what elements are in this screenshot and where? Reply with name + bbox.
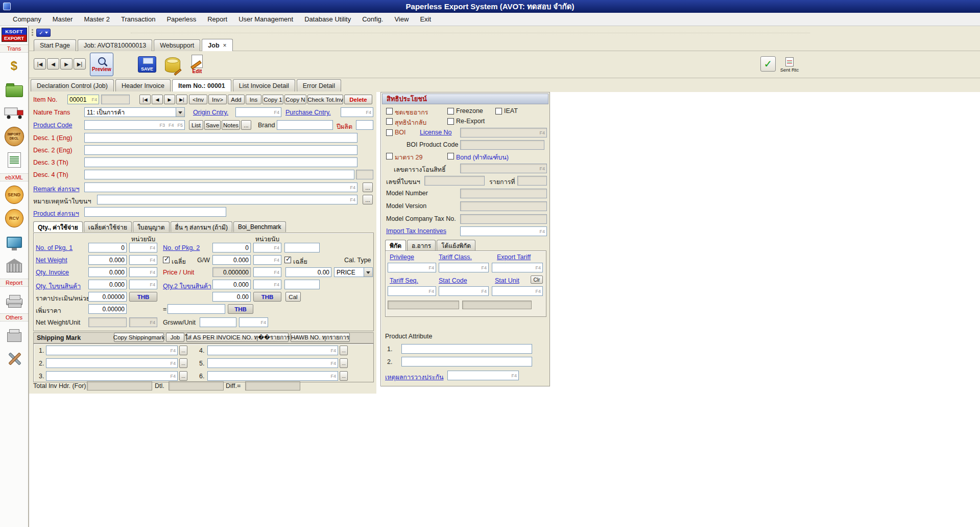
folder-icon[interactable] bbox=[3, 78, 26, 101]
dropdown-arrow-icon[interactable] bbox=[176, 108, 184, 117]
tab-avg-expense[interactable]: เฉลี่ยค่าใช้จ่าย bbox=[84, 221, 132, 232]
pkg2-link[interactable]: No. of Pkg. 2 bbox=[163, 244, 200, 251]
toolbar-grip[interactable] bbox=[32, 29, 33, 36]
send-icon[interactable]: SEND bbox=[3, 184, 26, 206]
tab-start-page[interactable]: Start Page bbox=[34, 39, 76, 51]
qty-decl-unit-field[interactable]: F4 bbox=[129, 280, 157, 289]
menu-user-management[interactable]: User Management bbox=[233, 13, 299, 25]
pkg2-field[interactable]: 0 bbox=[212, 243, 251, 253]
export-tariff-field[interactable]: F4 bbox=[492, 263, 543, 272]
menu-transaction[interactable]: Transaction bbox=[115, 13, 161, 25]
clr-button[interactable]: Clr bbox=[531, 276, 543, 284]
pkg1-field[interactable]: 0 bbox=[88, 243, 127, 253]
mark6-field[interactable]: F4 bbox=[207, 371, 338, 381]
brand-field[interactable] bbox=[277, 120, 333, 130]
assess-total-thb-button[interactable]: THB bbox=[253, 292, 281, 302]
pkg-extra-field[interactable] bbox=[284, 243, 320, 253]
net-weight-unit-field[interactable]: F4 bbox=[129, 255, 157, 265]
insert-item-button[interactable]: Ins bbox=[246, 95, 261, 104]
add-price-thb-button[interactable]: THB bbox=[228, 304, 253, 314]
add-item-button[interactable]: Add bbox=[228, 95, 245, 104]
sidebar-section-report[interactable]: Report bbox=[0, 279, 28, 287]
documents-icon[interactable] bbox=[3, 149, 26, 171]
qty-invoice-field[interactable]: 0.000 bbox=[88, 267, 127, 277]
preview-button[interactable]: Preview bbox=[90, 53, 113, 76]
desc4-field[interactable] bbox=[84, 170, 354, 179]
gw-field[interactable]: 0.000 bbox=[212, 255, 251, 265]
mark3-more-button[interactable]: ... bbox=[179, 371, 187, 381]
header-note-more-button[interactable]: ... bbox=[363, 195, 373, 204]
assess-thb-button[interactable]: THB bbox=[129, 292, 157, 302]
menu-paperless[interactable]: Paperless bbox=[161, 13, 202, 25]
menu-master[interactable]: Master bbox=[47, 13, 79, 25]
tab-other-customs[interactable]: อื่น ๆ ส่งกรมฯ (ถ้ามี) bbox=[171, 221, 232, 232]
copy-shippingmark-button[interactable]: Copy Shippingmark bbox=[114, 333, 164, 342]
qty2-decl-link[interactable]: Qty.2 ใบขนสินค้า bbox=[163, 281, 211, 291]
item-no-field[interactable]: 00001 F4 bbox=[67, 95, 99, 104]
menu-report[interactable]: Report bbox=[202, 13, 233, 25]
attr2-field[interactable] bbox=[401, 357, 532, 366]
stat-unit-field[interactable]: F4 bbox=[492, 286, 543, 296]
avg-gw-checkbox[interactable] bbox=[284, 257, 291, 263]
receive-icon[interactable]: RCV bbox=[3, 207, 26, 230]
tab-boi-benchmark[interactable]: Boi_Benchmark bbox=[233, 221, 286, 232]
tab-job-document[interactable]: Job: AVOT810000013 bbox=[78, 39, 152, 51]
net-return-checkbox[interactable] bbox=[386, 118, 393, 125]
assess-price-field[interactable]: 0.00000 bbox=[88, 292, 127, 302]
desc3-field[interactable] bbox=[84, 157, 357, 167]
record-last-button[interactable]: ▶| bbox=[176, 95, 187, 104]
mark5-field[interactable]: F4 bbox=[207, 358, 338, 368]
product-code-field[interactable]: F3F4F5 bbox=[84, 120, 185, 130]
tab-license[interactable]: ใบอนุญาต bbox=[133, 221, 170, 232]
desc1-field[interactable] bbox=[84, 133, 357, 143]
qty-decl-link[interactable]: Qty. ใบขนสินค้า bbox=[36, 281, 81, 291]
tab-tariff[interactable]: พิกัด bbox=[385, 240, 406, 250]
copy-one-button[interactable]: Copy 1 bbox=[262, 95, 283, 104]
import-declaration-icon[interactable]: IMPORT DECL bbox=[3, 125, 26, 148]
hawb-no-button[interactable]: HAWB NO. ทุกรายการ bbox=[291, 333, 350, 342]
desc2-field[interactable] bbox=[84, 145, 357, 155]
menu-view[interactable]: View bbox=[389, 13, 414, 25]
qty-invoice-link[interactable]: Qty. Invoice bbox=[36, 269, 69, 276]
tariff-seq-link[interactable]: Tariff Seq. bbox=[390, 277, 418, 284]
remark-link[interactable]: Remark ส่งกรมฯ bbox=[33, 184, 80, 194]
price-unit-curr-field[interactable]: F4 bbox=[253, 267, 281, 277]
gw-unit-field[interactable]: F4 bbox=[253, 255, 281, 265]
tab-header-invoice[interactable]: Header Invoice bbox=[115, 79, 171, 91]
nav-next-button[interactable]: ▶ bbox=[60, 58, 73, 70]
tab-qty-expense[interactable]: Qty., ค่าใช้จ่าย bbox=[33, 221, 83, 232]
mark4-field[interactable]: F4 bbox=[207, 346, 338, 355]
qty-decl-field[interactable]: 0.000 bbox=[88, 280, 127, 289]
year-made-field[interactable] bbox=[356, 120, 373, 130]
mark1-field[interactable]: F4 bbox=[46, 346, 178, 355]
tab-error-detail[interactable]: Error Detail bbox=[297, 79, 341, 91]
product-send-field[interactable] bbox=[84, 207, 226, 217]
nav-first-button[interactable]: |◀ bbox=[34, 58, 46, 70]
price-total-field[interactable]: 0.00 bbox=[285, 267, 331, 277]
matra29-checkbox[interactable] bbox=[386, 153, 393, 159]
truck-icon[interactable] bbox=[3, 102, 26, 124]
privilege-field[interactable]: F4 bbox=[388, 263, 436, 272]
purchase-country-field[interactable]: F4 bbox=[341, 107, 373, 117]
product-notes-button[interactable]: Notes bbox=[222, 120, 240, 130]
dropdown-arrow-icon[interactable] bbox=[364, 268, 372, 277]
product-more-button[interactable]: ... bbox=[241, 120, 251, 130]
pkg1-unit-field[interactable]: F4 bbox=[129, 243, 157, 253]
header-note-field[interactable]: F4 bbox=[97, 195, 357, 204]
sent-rtc-button[interactable]: Sent Rtc bbox=[778, 53, 801, 77]
nav-last-button[interactable]: ▶| bbox=[74, 58, 86, 70]
pkg2-unit-field[interactable]: F4 bbox=[253, 243, 281, 253]
confirm-check-button[interactable]: ✓ bbox=[760, 56, 776, 72]
product-save-button[interactable]: Save bbox=[204, 120, 221, 130]
qty-invoice-unit-field[interactable]: F4 bbox=[129, 267, 157, 277]
qty2-decl-unit-field[interactable]: F4 bbox=[253, 280, 281, 289]
ieat-checkbox[interactable] bbox=[495, 108, 502, 114]
stat-code-field[interactable]: F4 bbox=[439, 286, 489, 296]
net-weight-link[interactable]: Net Weight bbox=[36, 257, 67, 264]
close-tab-icon[interactable]: × bbox=[223, 42, 227, 49]
tools-icon[interactable] bbox=[3, 347, 26, 370]
grsww-per-unit-unit-field[interactable]: F4 bbox=[239, 317, 268, 327]
mark1-more-button[interactable]: ... bbox=[179, 346, 187, 355]
bond-checkbox[interactable] bbox=[447, 153, 454, 159]
tariff-class-field[interactable]: F4 bbox=[439, 263, 489, 272]
